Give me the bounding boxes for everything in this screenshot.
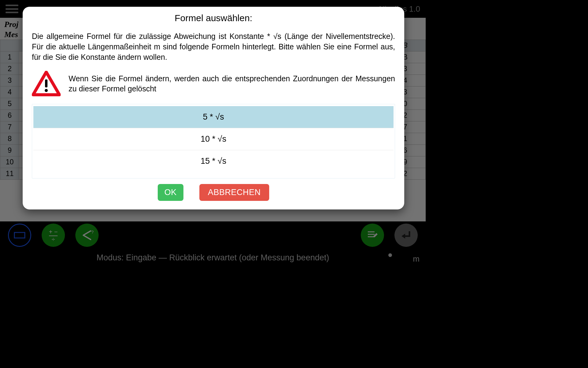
formula-option[interactable]: 15 * √s bbox=[33, 150, 394, 172]
formula-option[interactable]: 5 * √s bbox=[33, 106, 394, 128]
dialog-warning: Wenn Sie die Formel ändern, werden auch … bbox=[32, 71, 395, 97]
svg-rect-10 bbox=[45, 79, 47, 87]
dialog-button-row: OK ABBRECHEN bbox=[32, 184, 395, 201]
dialog-title: Formel auswählen: bbox=[32, 13, 395, 23]
cancel-button[interactable]: ABBRECHEN bbox=[199, 184, 270, 201]
svg-point-11 bbox=[45, 89, 48, 92]
dialog-description: Die allgemeine Formel für die zulässige … bbox=[32, 31, 395, 62]
formula-select-dialog: Formel auswählen: Die allgemeine Formel … bbox=[23, 7, 404, 209]
warning-icon bbox=[32, 71, 61, 97]
ok-button[interactable]: OK bbox=[158, 184, 183, 201]
formula-option-list: 5 * √s10 * √s15 * √s bbox=[32, 104, 395, 178]
dialog-warning-text: Wenn Sie die Formel ändern, werden auch … bbox=[69, 74, 395, 94]
formula-option[interactable]: 10 * √s bbox=[33, 128, 394, 150]
